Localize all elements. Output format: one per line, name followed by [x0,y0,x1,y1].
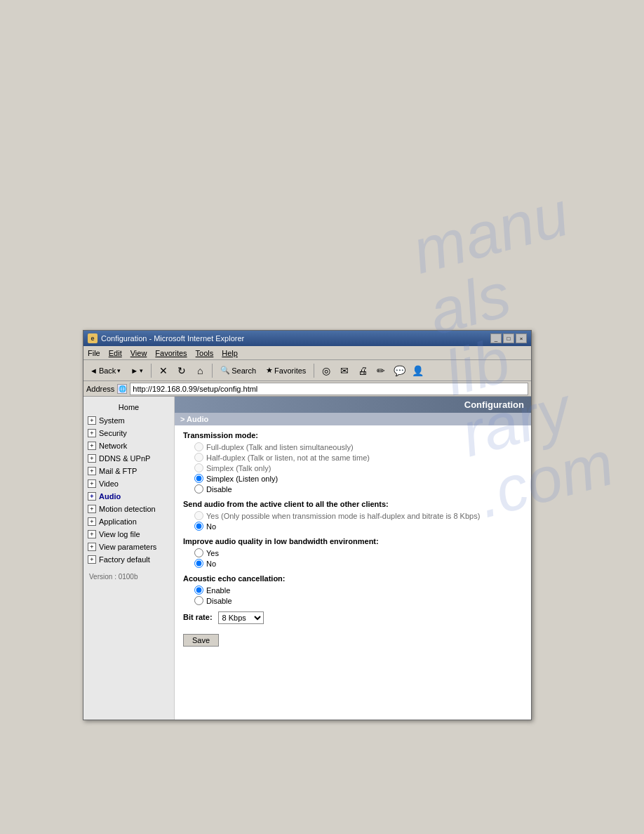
menu-view[interactable]: View [130,349,147,357]
echo-label: Acoustic echo cancellation: [183,574,523,583]
improve-label: Improve audio quality in low bandwidth e… [183,537,523,545]
expand-icon-viewlog[interactable]: + [88,530,96,538]
radio-simplex-listen-input[interactable] [194,474,203,483]
radio-disable-label: Disable [206,485,232,494]
sidebar-item-mail[interactable]: + Mail & FTP [83,465,174,477]
sidebar-item-security[interactable]: + Security [83,427,174,439]
sidebar-item-video[interactable]: + Video [83,477,174,490]
radio-fullduplex-input[interactable] [194,442,203,451]
discuss-button[interactable]: 💬 [391,363,407,378]
bitrate-select[interactable]: 8 Kbps 16 Kbps 32 Kbps [218,611,264,624]
radio-echo-disable-label: Disable [206,597,232,605]
radio-echo-disable[interactable]: Disable [183,595,523,606]
radio-disable[interactable]: Disable [183,484,523,494]
home-button[interactable]: ⌂ [192,363,208,378]
radio-send-no-input[interactable] [194,522,203,531]
sidebar: Home + System + Security + Network + DDN… [83,397,175,720]
radio-simplex-listen-label: Simplex (Listen only) [206,475,278,483]
expand-icon-viewparams[interactable]: + [88,543,96,551]
expand-icon-audio[interactable]: + [88,492,96,501]
menu-help[interactable]: Help [222,349,238,357]
expand-icon-ddns[interactable]: + [88,454,96,463]
main-panel: Configuration > Audio Transmission mode:… [175,397,531,720]
expand-icon-video[interactable]: + [88,479,96,488]
menu-favorites[interactable]: Favorites [155,349,187,357]
sidebar-item-viewparams[interactable]: + View parameters [83,541,174,553]
radio-simplex-talk-input[interactable] [194,463,203,472]
radio-fullduplex[interactable]: Full-duplex (Talk and listen simultaneou… [183,442,523,452]
forward-button[interactable]: ► ▾ [127,364,147,377]
echo-group: Acoustic echo cancellation: Enable Disab… [183,574,523,606]
toolbar-sep-3 [314,364,314,378]
radio-simplex-listen[interactable]: Simplex (Listen only) [183,473,523,484]
save-button[interactable]: Save [183,634,219,647]
ie-icon: e [88,333,98,343]
menu-edit[interactable]: Edit [109,349,122,357]
transmission-label: Transmission mode: [183,431,523,439]
search-button[interactable]: 🔍 Search [217,364,260,377]
refresh-button[interactable]: ↻ [174,363,189,378]
address-bar: Address 🌐 [83,381,531,397]
radio-improve-no[interactable]: No [183,558,523,569]
menu-tools[interactable]: Tools [196,349,214,357]
expand-icon-mail[interactable]: + [88,467,96,475]
window-controls[interactable]: _ □ × [490,333,527,343]
radio-echo-disable-input[interactable] [194,596,203,605]
radio-echo-enable[interactable]: Enable [183,585,523,595]
sidebar-item-ddns[interactable]: + DDNS & UPnP [83,452,174,465]
stop-button[interactable]: ✕ [156,363,171,378]
radio-halfduplex-label: Half-duplex (Talk or listen, not at the … [206,454,370,462]
media-button[interactable]: ◎ [318,363,334,378]
radio-improve-yes-label: Yes [206,549,219,557]
transmission-group: Transmission mode: Full-duplex (Talk and… [183,431,523,494]
radio-improve-no-input[interactable] [194,559,203,568]
expand-icon-motion[interactable]: + [88,505,96,513]
sidebar-home[interactable]: Home [83,400,174,414]
sidebar-item-application[interactable]: + Application [83,515,174,528]
radio-improve-yes[interactable]: Yes [183,548,523,558]
sidebar-item-viewlog[interactable]: + View log file [83,528,174,541]
radio-send-no[interactable]: No [183,521,523,531]
sidebar-item-factory[interactable]: + Factory default [83,553,174,566]
radio-send-yes[interactable]: Yes (Only possible when transmission mod… [183,510,523,521]
radio-echo-enable-input[interactable] [194,585,203,595]
expand-icon-system[interactable]: + [88,416,96,425]
favorites-button[interactable]: ★ Favorites [262,364,309,377]
toolbar: ◄ Back ▾ ► ▾ ✕ ↻ ⌂ 🔍 Search ★ Favorites … [83,360,531,381]
menu-file[interactable]: File [88,349,100,357]
close-button[interactable]: × [516,333,527,343]
maximize-button[interactable]: □ [503,333,514,343]
back-button[interactable]: ◄ Back ▾ [86,364,124,377]
messenger-button[interactable]: 👤 [410,363,425,378]
expand-icon-factory[interactable]: + [88,555,96,564]
expand-icon-security[interactable]: + [88,429,96,437]
print-button[interactable]: 🖨 [355,363,370,378]
radio-halfduplex-input[interactable] [194,453,203,462]
radio-simplex-talk[interactable]: Simplex (Talk only) [183,463,523,473]
sidebar-item-network[interactable]: + Network [83,439,174,452]
minimize-button[interactable]: _ [490,333,502,343]
expand-icon-network[interactable]: + [88,442,96,450]
address-icon: 🌐 [117,384,127,394]
sidebar-item-audio[interactable]: + Audio [83,490,174,503]
title-bar-left: e Configuration - Microsoft Internet Exp… [88,333,244,343]
mail-button[interactable]: ✉ [337,363,352,378]
version-label: Version : 0100b [83,569,174,585]
sidebar-item-motion[interactable]: + Motion detection [83,503,174,515]
radio-simplex-talk-label: Simplex (Talk only) [206,464,271,472]
expand-icon-application[interactable]: + [88,517,96,526]
radio-halfduplex[interactable]: Half-duplex (Talk or listen, not at the … [183,452,523,463]
radio-disable-input[interactable] [194,484,203,494]
forward-dropdown-icon[interactable]: ▾ [140,367,143,374]
toolbar-sep-1 [151,364,152,378]
edit-button[interactable]: ✏ [373,363,389,378]
radio-send-yes-input[interactable] [194,511,203,520]
save-group: Save [183,630,523,647]
radio-improve-yes-input[interactable] [194,548,203,557]
sidebar-item-system[interactable]: + System [83,414,174,427]
address-input[interactable] [130,383,528,395]
back-dropdown-icon[interactable]: ▾ [117,367,121,374]
back-arrow-icon: ◄ [90,366,98,375]
bitrate-group: Bit rate: 8 Kbps 16 Kbps 32 Kbps [183,611,523,624]
browser-window: e Configuration - Microsoft Internet Exp… [83,330,532,720]
